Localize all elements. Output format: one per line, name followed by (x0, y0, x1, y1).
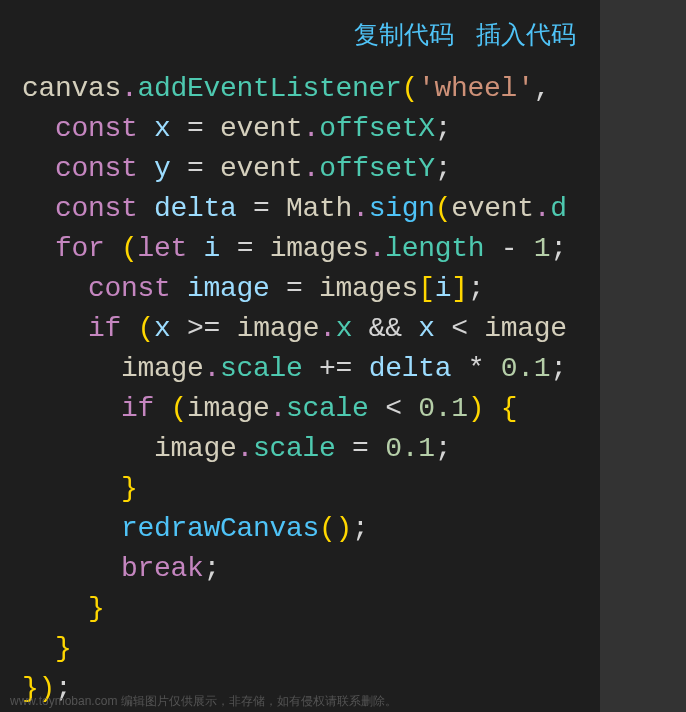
code-token: scale (286, 393, 369, 424)
code-token: < (451, 313, 468, 344)
watermark-text: www.toymoban.com 编辑图片仅供展示，非存储，如有侵权请联系删除。 (10, 693, 397, 710)
code-token: = (253, 193, 270, 224)
code-token: ] (451, 273, 468, 304)
code-token: . (534, 193, 551, 224)
code-token: . (237, 433, 254, 464)
code-token: x (154, 113, 171, 144)
code-token: ; (550, 233, 567, 264)
code-token: const (88, 273, 171, 304)
code-token: addEventListener (138, 73, 402, 104)
code-token: += (319, 353, 352, 384)
code-token: } (121, 473, 138, 504)
code-token: offsetX (319, 113, 435, 144)
code-token: images (270, 233, 369, 264)
code-token: i (204, 233, 221, 264)
code-token: { (501, 393, 518, 424)
code-toolbar: 复制代码 插入代码 (0, 0, 600, 59)
code-token: ) (336, 513, 353, 544)
code-token: d (550, 193, 567, 224)
code-token: ( (402, 73, 419, 104)
insert-code-button[interactable]: 插入代码 (476, 18, 576, 51)
copy-code-button[interactable]: 复制代码 (354, 18, 454, 51)
code-token: . (303, 153, 320, 184)
code-token: = (187, 153, 204, 184)
code-token: event (220, 153, 303, 184)
code-token: . (121, 73, 138, 104)
code-token: ; (468, 273, 485, 304)
code-token: ; (352, 513, 369, 544)
code-token: = (352, 433, 369, 464)
code-token: = (187, 113, 204, 144)
code-token: offsetY (319, 153, 435, 184)
code-token: scale (253, 433, 336, 464)
code-token: < (385, 393, 402, 424)
code-block: canvas.addEventListener('wheel', const x… (0, 59, 600, 709)
code-token: event (451, 193, 534, 224)
code-token: - (501, 233, 518, 264)
code-token: let (138, 233, 188, 264)
code-token: , (534, 73, 551, 104)
code-panel: 复制代码 插入代码 canvas.addEventListener('wheel… (0, 0, 600, 712)
code-token: . (352, 193, 369, 224)
code-token: image (237, 313, 320, 344)
code-token: . (319, 313, 336, 344)
code-token: sign (369, 193, 435, 224)
code-token: if (121, 393, 154, 424)
code-token: . (270, 393, 287, 424)
code-token: 0.1 (418, 393, 468, 424)
code-token: event (220, 113, 303, 144)
code-token: * (468, 353, 485, 384)
code-token: x (154, 313, 171, 344)
code-token: >= (187, 313, 220, 344)
code-token: ; (550, 353, 567, 384)
code-token: ( (319, 513, 336, 544)
code-token: ( (121, 233, 138, 264)
code-token: image (121, 353, 204, 384)
code-token: 'wheel' (418, 73, 534, 104)
code-token: = (237, 233, 254, 264)
code-token: 1 (534, 233, 551, 264)
code-token: delta (369, 353, 452, 384)
code-token: image (154, 433, 237, 464)
code-token: . (303, 113, 320, 144)
code-token: if (88, 313, 121, 344)
code-token: y (154, 153, 171, 184)
code-token: x (418, 313, 435, 344)
code-token: ( (171, 393, 188, 424)
code-token: const (55, 113, 138, 144)
code-token: && (369, 313, 402, 344)
code-token: ; (435, 113, 452, 144)
code-token: canvas (22, 73, 121, 104)
code-token: image (484, 313, 567, 344)
code-token: . (369, 233, 386, 264)
code-token: image (187, 273, 270, 304)
code-token: image (187, 393, 270, 424)
code-token: i (435, 273, 452, 304)
code-token: length (385, 233, 484, 264)
code-token: scale (220, 353, 303, 384)
code-token: images (319, 273, 418, 304)
code-token: [ (418, 273, 435, 304)
code-token: ) (468, 393, 485, 424)
code-token: ; (435, 433, 452, 464)
code-token: 0.1 (501, 353, 551, 384)
code-token: ; (435, 153, 452, 184)
code-token: = (286, 273, 303, 304)
code-token: ( (138, 313, 155, 344)
code-token: . (204, 353, 221, 384)
code-token: 0.1 (385, 433, 435, 464)
code-token: } (55, 633, 72, 664)
code-token: ; (204, 553, 221, 584)
code-token: ( (435, 193, 452, 224)
code-token: for (55, 233, 105, 264)
code-token: } (88, 593, 105, 624)
code-token: break (121, 553, 204, 584)
code-token: x (336, 313, 353, 344)
code-token: Math (286, 193, 352, 224)
code-token: const (55, 153, 138, 184)
code-token: const (55, 193, 138, 224)
code-token: delta (154, 193, 237, 224)
code-token: redrawCanvas (121, 513, 319, 544)
